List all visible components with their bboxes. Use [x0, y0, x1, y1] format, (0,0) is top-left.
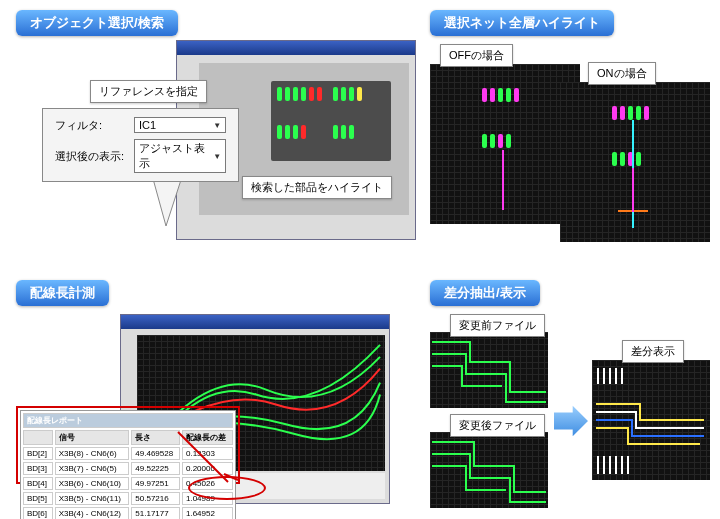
section1-title: オブジェクト選択/検索 — [16, 10, 178, 36]
chevron-down-icon: ▼ — [213, 152, 221, 161]
app-titlebar — [121, 315, 389, 329]
callout-on: ONの場合 — [588, 62, 656, 85]
section-object-select: オブジェクト選択/検索 — [16, 10, 396, 240]
highlighted-component — [271, 81, 391, 161]
pcb-off — [430, 64, 580, 224]
callout-diff: 差分表示 — [622, 340, 684, 363]
display-mode-dropdown[interactable]: アジャスト表示 ▼ — [134, 139, 226, 173]
section4-title: 差分抽出/表示 — [430, 280, 540, 306]
callout-highlight: 検索した部品をハイライト — [242, 176, 392, 199]
filter-dropdown[interactable]: IC1 ▼ — [134, 117, 226, 133]
section2-title: 選択ネット全層ハイライト — [430, 10, 614, 36]
callout-after: 変更後ファイル — [450, 414, 545, 437]
display-mode-value: アジャスト表示 — [139, 141, 213, 171]
app-titlebar — [177, 41, 415, 55]
leader-line — [176, 430, 246, 490]
section3-title: 配線長計測 — [16, 280, 109, 306]
table-row: BD[6]X3B(4) - CN6(12)51.171771.64952 — [23, 507, 233, 519]
callout-before: 変更前ファイル — [450, 314, 545, 337]
filter-value: IC1 — [139, 119, 156, 131]
display-mode-label: 選択後の表示: — [51, 137, 128, 175]
callout-off: OFFの場合 — [440, 44, 513, 67]
svg-line-1 — [178, 432, 228, 482]
filter-panel: フィルタ: IC1 ▼ 選択後の表示: アジャスト表示 ▼ — [42, 108, 239, 182]
arrow-icon — [554, 404, 588, 438]
report-title: 配線長レポート — [23, 413, 233, 428]
pcb-diff — [592, 360, 710, 480]
filter-label: フィルタ: — [51, 115, 128, 135]
section-wire-length: 配線長計測 配線長レポート 信号 長さ 配線長の差 — [16, 280, 396, 510]
chevron-down-icon: ▼ — [213, 121, 221, 130]
section-diff: 差分抽出/表示 変更前ファイル 変更後ファイル 差分表示 — [430, 280, 710, 510]
pcb-before — [430, 332, 548, 408]
pcb-on — [560, 82, 710, 242]
section-net-highlight: 選択ネット全層ハイライト OFFの場合 ONの場合 — [430, 10, 710, 240]
pcb-after — [430, 432, 548, 508]
callout-reference: リファレンスを指定 — [90, 80, 207, 103]
